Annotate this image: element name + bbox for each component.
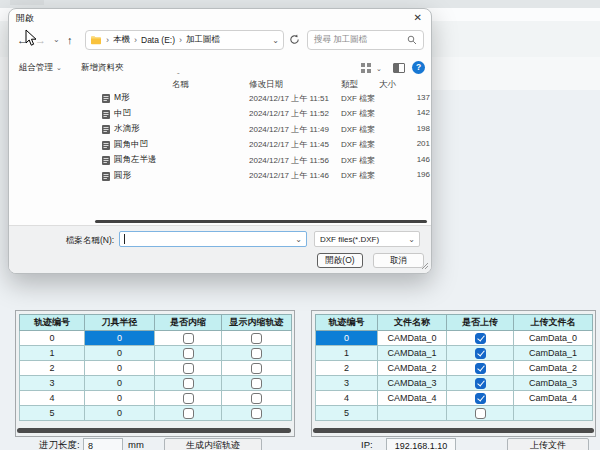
feed-unit-label: mm	[128, 439, 144, 450]
track-id-cell[interactable]: 3	[20, 376, 85, 391]
inset-checkbox[interactable]	[183, 363, 194, 374]
upload-name-cell[interactable]: CamData_2	[514, 361, 593, 376]
tool-radius-cell[interactable]: 0	[85, 391, 155, 406]
generate-inset-button[interactable]: 生成内缩轨迹	[164, 438, 262, 450]
chevron-down-icon[interactable]: ⌄	[295, 235, 302, 244]
column-header-name[interactable]: 名稱	[172, 79, 189, 91]
filename-input[interactable]: ⌄	[119, 231, 307, 247]
file-type-filter[interactable]: DXF files(*.DXF) ⌄	[314, 231, 420, 247]
back-icon[interactable]: ←	[17, 35, 28, 46]
track-id-cell[interactable]: 2	[20, 361, 85, 376]
file-name-cell[interactable]	[378, 406, 447, 421]
ip-input[interactable]	[386, 438, 456, 450]
help-icon[interactable]: ?	[412, 61, 425, 74]
up-icon[interactable]: ↑	[67, 35, 73, 46]
upload-checkbox[interactable]	[475, 393, 486, 404]
upload-checkbox[interactable]	[475, 408, 486, 419]
show-inset-checkbox[interactable]	[251, 408, 262, 419]
search-input[interactable]: 搜尋 加工圖檔	[307, 30, 424, 50]
close-icon[interactable]: ✕	[414, 12, 422, 23]
track-id-cell[interactable]: 5	[316, 406, 378, 421]
organize-button[interactable]: 組合管理 ⌄	[19, 62, 62, 74]
breadcrumb-segment[interactable]: 本機	[113, 34, 130, 46]
table-scrollbar[interactable]	[17, 428, 291, 433]
history-caret-icon[interactable]: ⌄	[53, 34, 60, 45]
column-header-type[interactable]: 類型	[341, 79, 358, 91]
show-inset-checkbox[interactable]	[251, 333, 262, 344]
new-folder-button[interactable]: 新增資料夾	[81, 62, 124, 74]
file-type: DXF 檔案	[341, 155, 375, 166]
forward-icon[interactable]: →	[35, 35, 46, 46]
breadcrumb-segment[interactable]: 加工圖檔	[186, 34, 220, 46]
column-header-size[interactable]: 大小	[379, 79, 396, 91]
show-inset-checkbox[interactable]	[251, 393, 262, 404]
file-row[interactable]: 圓角中凹 2024/12/17 上午 11:45 DXF 檔案 201	[9, 138, 431, 153]
upload-checkbox[interactable]	[475, 333, 486, 344]
file-row[interactable]: 圓角左半邊 2024/12/17 上午 11:56 DXF 檔案 146	[9, 153, 431, 168]
inset-checkbox[interactable]	[183, 333, 194, 344]
file-date: 2024/12/17 上午 11:56	[249, 155, 329, 166]
track-id-cell[interactable]: 4	[20, 391, 85, 406]
upload-checkbox[interactable]	[475, 363, 486, 374]
inset-checkbox[interactable]	[183, 348, 194, 359]
refresh-icon[interactable]	[289, 34, 300, 47]
track-id-cell[interactable]: 2	[316, 361, 378, 376]
preview-pane-icon[interactable]	[393, 63, 405, 73]
cancel-button[interactable]: 取消	[373, 253, 424, 268]
search-icon	[407, 35, 417, 45]
view-options-icon[interactable]	[361, 63, 372, 74]
table-row: 0 CAMData_0 CamData_0	[316, 331, 593, 346]
file-name-cell[interactable]: CAMData_3	[378, 376, 447, 391]
upload-checkbox[interactable]	[475, 348, 486, 359]
track-id-cell[interactable]: 5	[20, 406, 85, 421]
file-name-cell[interactable]: CAMData_1	[378, 346, 447, 361]
show-inset-checkbox[interactable]	[251, 363, 262, 374]
file-row[interactable]: 水滴形 2024/12/17 上午 11:49 DXF 檔案 198	[9, 122, 431, 137]
upload-name-cell[interactable]: CamData_1	[514, 346, 593, 361]
upload-name-cell[interactable]: CamData_4	[514, 391, 593, 406]
inset-checkbox[interactable]	[183, 378, 194, 389]
resize-grip[interactable]	[421, 262, 429, 272]
show-inset-checkbox[interactable]	[251, 378, 262, 389]
feed-length-input[interactable]	[83, 438, 123, 450]
dialog-title: 開啟	[16, 12, 34, 25]
track-id-cell[interactable]: 1	[316, 346, 378, 361]
dialog-footer: 檔案名稱(N): ⌄ DXF files(*.DXF) ⌄ 開啟(O) 取消	[9, 225, 431, 274]
file-name-cell[interactable]: CAMData_4	[378, 391, 447, 406]
horizontal-scrollbar[interactable]	[95, 220, 427, 223]
open-button[interactable]: 開啟(O)	[317, 253, 363, 268]
breadcrumb-segment[interactable]: Data (E:)	[141, 35, 175, 45]
file-name-cell[interactable]: CAMData_2	[378, 361, 447, 376]
file-row[interactable]: 圓形 2024/12/17 上午 11:46 DXF 檔案 196	[9, 169, 431, 184]
col-track-id: 轨迹编号	[316, 315, 378, 331]
inset-checkbox[interactable]	[183, 393, 194, 404]
view-caret-icon[interactable]: ⌄	[376, 65, 382, 73]
file-row[interactable]: M形 2024/12/17 上午 11:51 DXF 檔案 137	[9, 91, 431, 106]
tool-radius-cell[interactable]: 0	[85, 376, 155, 391]
upload-file-button[interactable]: 上传文件	[507, 438, 589, 450]
chevron-icon: ›	[179, 35, 182, 45]
upload-name-cell[interactable]: CamData_0	[514, 331, 593, 346]
track-id-cell[interactable]: 0	[316, 331, 378, 346]
file-row[interactable]: 中凹 2024/12/17 上午 11:52 DXF 檔案 142	[9, 107, 431, 122]
tool-radius-cell[interactable]: 0	[85, 346, 155, 361]
column-header-date[interactable]: 修改日期	[249, 79, 283, 91]
track-id-cell[interactable]: 1	[20, 346, 85, 361]
upload-name-cell[interactable]	[514, 406, 593, 421]
tool-radius-cell[interactable]: 0	[85, 331, 155, 346]
address-bar[interactable]: › 本機 › Data (E:) › 加工圖檔 ⌄	[85, 30, 284, 50]
table-row: 1 CAMData_1 CamData_1	[316, 346, 593, 361]
tool-radius-cell[interactable]: 0	[85, 361, 155, 376]
address-dropdown-icon[interactable]: ⌄	[272, 36, 279, 45]
upload-checkbox[interactable]	[475, 378, 486, 389]
upload-name-cell[interactable]: CamData_3	[514, 376, 593, 391]
dxf-file-icon	[101, 155, 111, 168]
inset-checkbox[interactable]	[183, 408, 194, 419]
tool-radius-cell[interactable]: 0	[85, 406, 155, 421]
show-inset-checkbox[interactable]	[251, 348, 262, 359]
table-scrollbar[interactable]	[313, 428, 594, 433]
track-id-cell[interactable]: 0	[20, 331, 85, 346]
track-id-cell[interactable]: 4	[316, 391, 378, 406]
track-id-cell[interactable]: 3	[316, 376, 378, 391]
file-name-cell[interactable]: CAMData_0	[378, 331, 447, 346]
